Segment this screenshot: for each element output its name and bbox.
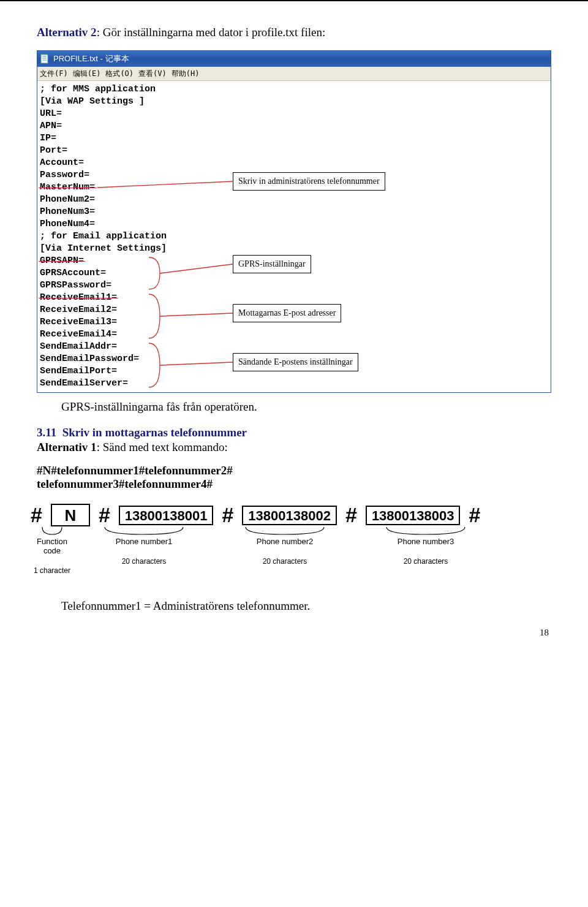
editor-line: ReceiveEmail1= [40, 292, 551, 304]
callout-gprs: GPRS-inställningar [233, 255, 311, 273]
editor-line: APN= [40, 120, 551, 132]
pn3-note: 20 characters [355, 557, 496, 566]
svg-rect-0 [41, 55, 48, 63]
final-note: Telefonnummer1 = Administratörens telefo… [61, 599, 551, 613]
callout-send: Sändande E-postens inställningar [233, 353, 358, 371]
hash-symbol: # [469, 503, 480, 527]
hash-symbol: # [345, 503, 357, 527]
intro-prefix: Alternativ 2 [37, 26, 97, 39]
editor-line: [Via Internet Settings] [40, 243, 551, 255]
func-code-label: Function code [31, 537, 74, 555]
pn2-label: Phone number2 [214, 537, 355, 546]
menu-edit[interactable]: 编辑(E) [73, 69, 101, 79]
notepad-icon [40, 54, 50, 64]
notepad-menubar: 文件(F) 编辑(E) 格式(O) 查看(V) 帮助(H) [37, 67, 551, 81]
editor-line: PhoneNum4= [40, 218, 551, 230]
alt1-line: Alternativ 1: Sänd med text kommando: [37, 441, 551, 454]
callout-admin: Skriv in administratörens telefonnummer [233, 172, 385, 191]
editor-line: IP= [40, 132, 551, 145]
hash-symbol: # [31, 503, 42, 527]
menu-format[interactable]: 格式(O) [105, 69, 134, 79]
phone-box-3: 13800138003 [366, 506, 461, 525]
editor-line: ReceiveEmail4= [40, 328, 551, 341]
hash-symbol: # [99, 503, 110, 527]
hash-symbol: # [222, 503, 233, 527]
pn1-label: Phone number1 [74, 537, 214, 546]
editor-line: SendEmailAddr= [40, 341, 551, 353]
phone-box-2: 13800138002 [242, 506, 337, 525]
intro-rest: : Gör inställningarna med dator i profil… [97, 26, 326, 39]
phone-box-1: 13800138001 [119, 506, 214, 525]
menu-view[interactable]: 查看(V) [138, 69, 167, 79]
callout-recv: Mottagarnas E-post adresser [233, 304, 341, 322]
editor-line: ; for MMS application [40, 83, 551, 96]
editor-line: ; for Email application [40, 230, 551, 243]
pn1-note: 20 characters [74, 557, 214, 566]
page-number: 18 [37, 628, 551, 638]
editor-line: GPRSPassword= [40, 279, 551, 292]
editor-line: PhoneNum3= [40, 206, 551, 218]
editor-line: Account= [40, 157, 551, 169]
notepad-window: PROFILE.txt - 记事本 文件(F) 编辑(E) 格式(O) 查看(V… [37, 50, 551, 393]
gprs-note: GPRS-inställningarna fås från operatören… [61, 400, 551, 414]
menu-help[interactable]: 帮助(H) [172, 69, 200, 79]
func-code-note: 1 character [31, 566, 74, 575]
editor-line: Port= [40, 145, 551, 157]
editor-line: SendEmailServer= [40, 378, 551, 390]
notepad-titlebar: PROFILE.txt - 记事本 [37, 51, 551, 67]
notepad-editor[interactable]: ; for MMS application[Via WAP Settings ]… [37, 81, 551, 392]
notepad-title: PROFILE.txt - 记事本 [53, 53, 129, 64]
editor-line: URL= [40, 108, 551, 120]
menu-file[interactable]: 文件(F) [40, 69, 68, 79]
hash-diagram: # N # 13800138001 # 13800138002 # 138001… [31, 503, 551, 575]
section-heading: 3.11 Skriv in mottagarnas telefonnummer [37, 426, 551, 439]
function-letter-box: N [51, 504, 90, 526]
command-template: #N#telefonnummer1#telefonnummer2# telefo… [37, 464, 551, 491]
editor-line: [Via WAP Settings ] [40, 96, 551, 108]
pn2-note: 20 characters [214, 557, 355, 566]
editor-line: PhoneNum2= [40, 194, 551, 206]
pn3-label: Phone number3 [355, 537, 496, 546]
intro-line: Alternativ 2: Gör inställningarna med da… [37, 26, 551, 39]
